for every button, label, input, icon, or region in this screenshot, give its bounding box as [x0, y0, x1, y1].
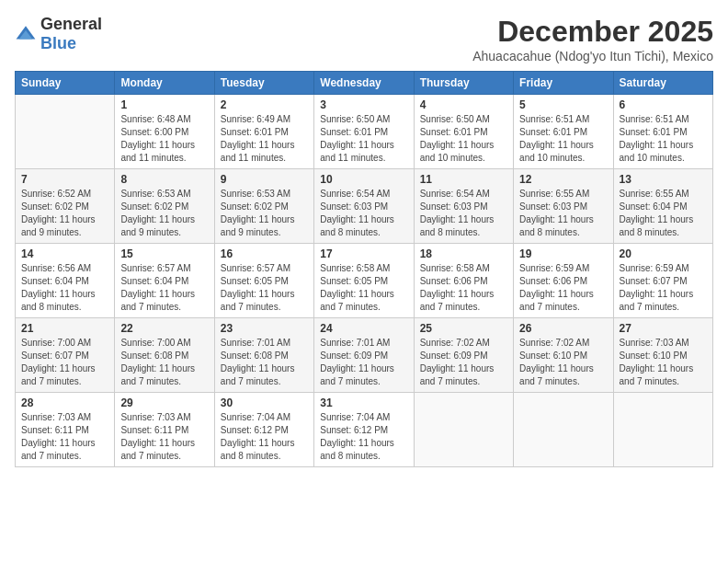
page-header: General Blue December 2025 Ahuacacahue (…: [15, 15, 713, 63]
calendar-cell: [414, 393, 513, 467]
daylight-text: Daylight: 11 hours and 10 minutes.: [420, 140, 495, 163]
calendar-cell: 21Sunrise: 7:00 AMSunset: 6:07 PMDayligh…: [16, 318, 115, 393]
calendar-cell: 28Sunrise: 7:03 AMSunset: 6:11 PMDayligh…: [16, 393, 115, 467]
calendar-cell: 6Sunrise: 6:51 AMSunset: 6:01 PMDaylight…: [613, 95, 712, 169]
daylight-text: Daylight: 11 hours and 7 minutes.: [620, 289, 694, 312]
day-number: 27: [620, 322, 707, 335]
calendar-cell: 5Sunrise: 6:51 AMSunset: 6:01 PMDaylight…: [514, 95, 613, 169]
day-info: Sunrise: 7:01 AMSunset: 6:09 PMDaylight:…: [320, 337, 407, 388]
sunrise-text: Sunrise: 6:51 AM: [519, 114, 589, 124]
location-title: Ahuacacahue (Ndog'yo Itun Tichi), Mexico: [472, 49, 713, 63]
day-info: Sunrise: 7:01 AMSunset: 6:08 PMDaylight:…: [221, 337, 308, 388]
sunrise-text: Sunrise: 6:59 AM: [620, 263, 689, 273]
sunrise-text: Sunrise: 6:58 AM: [420, 263, 490, 273]
calendar-cell: 8Sunrise: 6:53 AMSunset: 6:02 PMDaylight…: [115, 169, 214, 244]
sunrise-text: Sunrise: 7:00 AM: [21, 338, 91, 348]
sunrise-text: Sunrise: 6:59 AM: [519, 263, 589, 273]
calendar-cell: 7Sunrise: 6:52 AMSunset: 6:02 PMDaylight…: [16, 169, 115, 244]
calendar-cell: [514, 393, 613, 467]
calendar-cell: 9Sunrise: 6:53 AMSunset: 6:02 PMDaylight…: [214, 169, 313, 244]
daylight-text: Daylight: 11 hours and 8 minutes.: [420, 214, 495, 237]
day-number: 22: [120, 322, 208, 335]
calendar-cell: 22Sunrise: 7:00 AMSunset: 6:08 PMDayligh…: [115, 318, 214, 393]
day-number: 10: [320, 173, 407, 186]
day-number: 9: [221, 173, 308, 186]
daylight-text: Daylight: 11 hours and 7 minutes.: [420, 363, 495, 386]
day-info: Sunrise: 7:00 AMSunset: 6:07 PMDaylight:…: [21, 337, 108, 388]
day-info: Sunrise: 7:04 AMSunset: 6:12 PMDaylight:…: [221, 411, 308, 463]
calendar-cell: 23Sunrise: 7:01 AMSunset: 6:08 PMDayligh…: [214, 318, 313, 393]
daylight-text: Daylight: 11 hours and 8 minutes.: [320, 214, 394, 237]
calendar-cell: 12Sunrise: 6:55 AMSunset: 6:03 PMDayligh…: [514, 169, 613, 244]
day-number: 20: [620, 247, 707, 260]
calendar-cell: 31Sunrise: 7:04 AMSunset: 6:12 PMDayligh…: [314, 393, 414, 467]
day-info: Sunrise: 6:54 AMSunset: 6:03 PMDaylight:…: [320, 188, 407, 239]
day-number: 23: [221, 322, 308, 335]
sunrise-text: Sunrise: 6:49 AM: [221, 114, 290, 124]
day-info: Sunrise: 6:55 AMSunset: 6:04 PMDaylight:…: [620, 188, 707, 239]
day-number: 19: [519, 247, 607, 260]
day-info: Sunrise: 6:57 AMSunset: 6:05 PMDaylight:…: [221, 262, 308, 314]
sunrise-text: Sunrise: 6:54 AM: [320, 189, 390, 199]
daylight-text: Daylight: 11 hours and 8 minutes.: [320, 438, 394, 461]
day-info: Sunrise: 7:04 AMSunset: 6:12 PMDaylight:…: [320, 411, 407, 463]
logo-general: General: [40, 15, 102, 33]
column-header-tuesday: Tuesday: [214, 72, 313, 95]
day-number: 25: [420, 322, 507, 335]
sunset-text: Sunset: 6:07 PM: [21, 350, 89, 361]
sunset-text: Sunset: 6:05 PM: [320, 276, 388, 286]
sunset-text: Sunset: 6:11 PM: [21, 425, 89, 435]
sunrise-text: Sunrise: 6:48 AM: [120, 114, 190, 124]
calendar-cell: 20Sunrise: 6:59 AMSunset: 6:07 PMDayligh…: [613, 244, 712, 318]
calendar-cell: 1Sunrise: 6:48 AMSunset: 6:00 PMDaylight…: [115, 95, 214, 169]
daylight-text: Daylight: 11 hours and 7 minutes.: [120, 363, 195, 386]
sunrise-text: Sunrise: 6:57 AM: [221, 263, 290, 273]
sunset-text: Sunset: 6:10 PM: [620, 350, 688, 361]
daylight-text: Daylight: 11 hours and 7 minutes.: [120, 289, 195, 312]
calendar-cell: 15Sunrise: 6:57 AMSunset: 6:04 PMDayligh…: [115, 244, 214, 318]
sunrise-text: Sunrise: 6:55 AM: [620, 189, 689, 199]
calendar-cell: 14Sunrise: 6:56 AMSunset: 6:04 PMDayligh…: [16, 244, 115, 318]
sunrise-text: Sunrise: 7:01 AM: [221, 338, 290, 348]
day-number: 21: [21, 322, 108, 335]
calendar-cell: [16, 95, 115, 169]
daylight-text: Daylight: 11 hours and 7 minutes.: [519, 363, 594, 386]
daylight-text: Daylight: 11 hours and 8 minutes.: [221, 438, 295, 461]
sunset-text: Sunset: 6:12 PM: [320, 425, 388, 435]
month-title: December 2025: [472, 15, 713, 49]
sunrise-text: Sunrise: 6:57 AM: [120, 263, 190, 273]
sunrise-text: Sunrise: 6:50 AM: [420, 114, 490, 124]
logo-icon: [15, 23, 37, 45]
column-header-friday: Friday: [514, 72, 613, 95]
day-info: Sunrise: 6:50 AMSunset: 6:01 PMDaylight:…: [420, 113, 507, 165]
day-info: Sunrise: 7:03 AMSunset: 6:11 PMDaylight:…: [21, 411, 108, 463]
daylight-text: Daylight: 11 hours and 7 minutes.: [320, 289, 394, 312]
calendar-cell: 11Sunrise: 6:54 AMSunset: 6:03 PMDayligh…: [414, 169, 513, 244]
daylight-text: Daylight: 11 hours and 10 minutes.: [620, 140, 694, 163]
day-info: Sunrise: 6:52 AMSunset: 6:02 PMDaylight:…: [21, 188, 108, 239]
sunset-text: Sunset: 6:03 PM: [519, 201, 587, 212]
day-info: Sunrise: 6:51 AMSunset: 6:01 PMDaylight:…: [519, 113, 607, 165]
day-info: Sunrise: 6:49 AMSunset: 6:01 PMDaylight:…: [221, 113, 308, 165]
column-header-saturday: Saturday: [613, 72, 712, 95]
sunset-text: Sunset: 6:10 PM: [519, 350, 587, 361]
sunset-text: Sunset: 6:11 PM: [120, 425, 188, 435]
calendar-table: SundayMondayTuesdayWednesdayThursdayFrid…: [15, 71, 713, 467]
sunset-text: Sunset: 6:00 PM: [120, 127, 188, 137]
day-number: 29: [120, 396, 208, 409]
sunrise-text: Sunrise: 7:03 AM: [120, 412, 190, 422]
calendar-cell: 30Sunrise: 7:04 AMSunset: 6:12 PMDayligh…: [214, 393, 313, 467]
sunset-text: Sunset: 6:07 PM: [620, 276, 688, 286]
day-number: 17: [320, 247, 407, 260]
daylight-text: Daylight: 11 hours and 11 minutes.: [120, 140, 195, 163]
calendar-cell: 3Sunrise: 6:50 AMSunset: 6:01 PMDaylight…: [314, 95, 414, 169]
calendar-week-row: 14Sunrise: 6:56 AMSunset: 6:04 PMDayligh…: [16, 244, 713, 318]
daylight-text: Daylight: 11 hours and 7 minutes.: [120, 438, 195, 461]
calendar-cell: 24Sunrise: 7:01 AMSunset: 6:09 PMDayligh…: [314, 318, 414, 393]
sunset-text: Sunset: 6:02 PM: [221, 201, 289, 212]
sunrise-text: Sunrise: 7:00 AM: [120, 338, 190, 348]
sunset-text: Sunset: 6:03 PM: [320, 201, 388, 212]
daylight-text: Daylight: 11 hours and 8 minutes.: [519, 214, 594, 237]
logo-blue: Blue: [40, 34, 76, 52]
sunset-text: Sunset: 6:01 PM: [420, 127, 488, 137]
